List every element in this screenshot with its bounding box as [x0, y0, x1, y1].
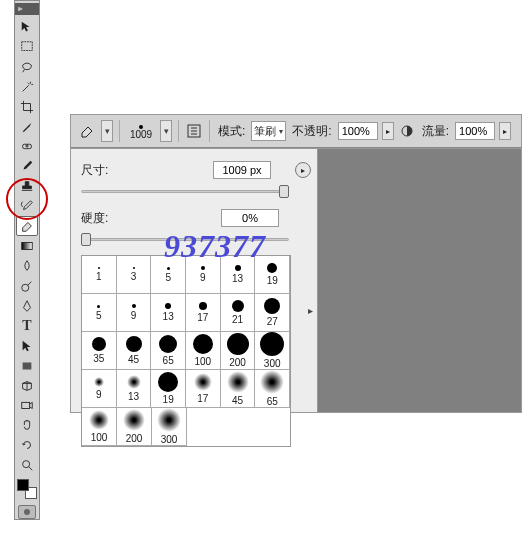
brush-preset[interactable]: 1 [82, 256, 117, 294]
brush-preset[interactable]: 200 [221, 332, 256, 370]
tool-marquee[interactable] [16, 37, 38, 57]
brush-preset[interactable]: 19 [151, 370, 186, 408]
tool-crop[interactable] [16, 97, 38, 117]
brush-preset[interactable]: 300 [152, 408, 187, 446]
svg-rect-5 [22, 403, 30, 409]
brush-preset[interactable]: 35 [82, 332, 117, 370]
size-label: 尺寸: [81, 162, 131, 179]
brush-preset[interactable]: 17 [186, 294, 221, 332]
brush-preset[interactable]: 65 [255, 370, 290, 408]
brush-preset[interactable]: 13 [151, 294, 186, 332]
brush-options-panel: 尺寸: ▸ 硬度: 135913195913172127354565100200… [70, 148, 318, 413]
size-input[interactable] [213, 161, 271, 179]
tool-lasso[interactable] [16, 57, 38, 77]
brush-panel-toggle-icon[interactable] [185, 122, 203, 140]
brush-presets-grid: 1359131959131721273545651002003009131917… [81, 255, 291, 447]
color-swatches[interactable] [17, 479, 37, 499]
tools-toolbar: T [14, 0, 40, 520]
tool-brush[interactable] [16, 156, 38, 176]
size-slider[interactable] [81, 185, 289, 199]
hardness-input[interactable] [221, 209, 279, 227]
svg-rect-4 [23, 362, 32, 369]
brush-preset[interactable]: 9 [186, 256, 221, 294]
tool-move[interactable] [16, 17, 38, 37]
quick-mask-toggle[interactable] [18, 505, 36, 519]
size-flyout-button[interactable]: ▸ [295, 162, 311, 178]
tablet-opacity-icon[interactable] [398, 122, 416, 140]
brush-preset[interactable]: 45 [221, 370, 256, 408]
brush-size-number: 1009 [130, 129, 152, 140]
flow-label: 流量: [422, 123, 449, 140]
toolbar-handle[interactable] [15, 3, 39, 15]
tool-stamp[interactable] [16, 176, 38, 196]
tool-hand[interactable] [16, 415, 38, 435]
tool-wand[interactable] [16, 77, 38, 97]
svg-rect-0 [22, 42, 33, 51]
tool-type[interactable]: T [16, 316, 38, 336]
tool-preset-dropdown[interactable]: ▾ [101, 120, 113, 142]
panel-menu-icon[interactable]: ▸ [308, 305, 313, 316]
brush-preset[interactable]: 27 [255, 294, 290, 332]
brush-picker-dropdown[interactable]: ▾ [160, 120, 172, 142]
tool-healing[interactable] [16, 136, 38, 156]
hardness-slider[interactable] [81, 233, 289, 247]
brush-preset[interactable]: 19 [255, 256, 290, 294]
options-bar: ▾ 1009 ▾ 模式: 筆刷▾ 不透明: ▸ 流量: ▸ [70, 114, 522, 148]
svg-point-3 [22, 284, 29, 291]
tool-pen[interactable] [16, 296, 38, 316]
brush-preset[interactable]: 3 [117, 256, 152, 294]
tool-rectangle[interactable] [16, 356, 38, 376]
brush-preset[interactable]: 65 [151, 332, 186, 370]
brush-preset[interactable]: 45 [117, 332, 152, 370]
brush-preset[interactable]: 100 [82, 408, 117, 446]
mode-label: 模式: [218, 123, 245, 140]
tool-3d-object[interactable] [16, 376, 38, 396]
brush-preset[interactable]: 9 [117, 294, 152, 332]
brush-preview[interactable]: 1009 [126, 118, 156, 144]
svg-point-6 [23, 461, 30, 468]
brush-preset[interactable]: 200 [117, 408, 152, 446]
brush-preset[interactable]: 300 [255, 332, 290, 370]
tool-eyedropper[interactable] [16, 117, 38, 137]
brush-preset[interactable]: 17 [186, 370, 221, 408]
canvas-area[interactable] [318, 148, 522, 413]
brush-preset[interactable]: 5 [82, 294, 117, 332]
flow-input[interactable] [455, 122, 495, 140]
tool-history-brush[interactable] [16, 196, 38, 216]
brush-preset[interactable]: 13 [221, 256, 256, 294]
opacity-stepper[interactable]: ▸ [382, 122, 394, 140]
tool-3d-camera[interactable] [16, 395, 38, 415]
brush-preset[interactable]: 13 [117, 370, 152, 408]
brush-preset[interactable]: 100 [186, 332, 221, 370]
tool-path-select[interactable] [16, 336, 38, 356]
brush-preset[interactable]: 9 [82, 370, 117, 408]
foreground-color-swatch[interactable] [17, 479, 29, 491]
flow-stepper[interactable]: ▸ [499, 122, 511, 140]
tool-zoom[interactable] [16, 455, 38, 475]
mode-select[interactable]: 筆刷▾ [251, 121, 286, 141]
tool-dodge[interactable] [16, 276, 38, 296]
brush-preset[interactable]: 5 [151, 256, 186, 294]
hardness-label: 硬度: [81, 210, 131, 227]
tool-rotate-view[interactable] [16, 435, 38, 455]
tool-preset-icon[interactable] [77, 121, 97, 141]
tool-gradient[interactable] [16, 236, 38, 256]
tool-eraser[interactable] [16, 216, 38, 236]
opacity-input[interactable] [338, 122, 378, 140]
brush-preset[interactable]: 21 [221, 294, 256, 332]
tool-blur[interactable] [16, 256, 38, 276]
svg-rect-2 [22, 243, 33, 250]
opacity-label: 不透明: [292, 123, 331, 140]
